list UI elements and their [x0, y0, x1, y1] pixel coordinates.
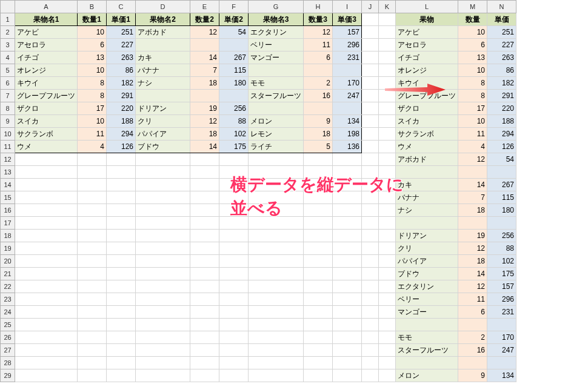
cell-D27[interactable]	[136, 344, 190, 357]
cell-H8[interactable]	[304, 102, 333, 115]
cell-H10[interactable]: 18	[304, 128, 333, 141]
cell-J9[interactable]	[362, 115, 379, 128]
cell-D18[interactable]	[136, 230, 190, 242]
cell-C28[interactable]	[107, 357, 136, 369]
cell-N29[interactable]: 134	[487, 369, 516, 382]
row-header[interactable]: 24	[1, 306, 15, 319]
cell-D20[interactable]	[136, 255, 190, 268]
cell-M22[interactable]: 12	[458, 280, 487, 293]
cell-K25[interactable]	[379, 319, 396, 331]
cell-K28[interactable]	[379, 357, 396, 369]
cell-E16[interactable]	[190, 204, 219, 217]
cell-D2[interactable]: アボカド	[136, 26, 190, 39]
cell-F26[interactable]	[219, 331, 249, 344]
cell-G8[interactable]	[249, 102, 304, 115]
cell-C8[interactable]: 220	[107, 102, 136, 115]
cell-F27[interactable]	[219, 344, 249, 357]
row-header[interactable]: 21	[1, 268, 15, 280]
cell-C6[interactable]: 182	[107, 77, 136, 90]
cell-K9[interactable]	[379, 115, 396, 128]
cell-D22[interactable]	[136, 280, 190, 293]
cell-B17[interactable]	[78, 217, 107, 230]
cell-K8[interactable]	[379, 102, 396, 115]
cell-D13[interactable]	[136, 166, 190, 179]
cell-C25[interactable]	[107, 319, 136, 331]
cell-E25[interactable]	[190, 319, 219, 331]
cell-K12[interactable]	[379, 153, 396, 166]
cell-D19[interactable]	[136, 242, 190, 255]
cell-M5[interactable]: 10	[458, 64, 487, 77]
cell-L22[interactable]: エクタリン	[396, 280, 458, 293]
cell-L10[interactable]: サクランボ	[396, 128, 458, 141]
cell-N10[interactable]: 294	[487, 128, 516, 141]
cell-J12[interactable]	[362, 153, 379, 166]
cell-F4[interactable]: 267	[219, 51, 249, 64]
cell-E19[interactable]	[190, 242, 219, 255]
cell-A2[interactable]: アケビ	[15, 26, 78, 39]
cell-C24[interactable]	[107, 306, 136, 319]
cell-H18[interactable]	[304, 230, 333, 242]
cell-G23[interactable]	[249, 293, 304, 306]
cell-G29[interactable]	[249, 369, 304, 382]
cell-F18[interactable]	[219, 230, 249, 242]
cell-B12[interactable]	[78, 153, 107, 166]
cell-M6[interactable]: 8	[458, 77, 487, 90]
col-header[interactable]: L	[396, 1, 458, 13]
cell-D24[interactable]	[136, 306, 190, 319]
cell-L15[interactable]: バナナ	[396, 191, 458, 204]
cell-H29[interactable]	[304, 369, 333, 382]
row-header[interactable]: 19	[1, 242, 15, 255]
cell-D10[interactable]: パパイア	[136, 128, 190, 141]
cell-N27[interactable]: 247	[487, 344, 516, 357]
cell-A18[interactable]	[15, 230, 78, 242]
cell-F12[interactable]	[219, 153, 249, 166]
cell-J28[interactable]	[362, 357, 379, 369]
row-header[interactable]: 2	[1, 26, 15, 39]
cell-A25[interactable]	[15, 319, 78, 331]
cell-C22[interactable]	[107, 280, 136, 293]
col-header[interactable]: I	[333, 1, 362, 13]
cell-N13[interactable]	[487, 166, 516, 179]
row-header[interactable]: 23	[1, 293, 15, 306]
cell-I3[interactable]: 296	[333, 39, 362, 51]
cell-J8[interactable]	[362, 102, 379, 115]
cell-A21[interactable]	[15, 268, 78, 280]
cell-B9[interactable]: 10	[78, 115, 107, 128]
cell-B11[interactable]: 4	[78, 141, 107, 153]
col-header[interactable]: E	[190, 1, 219, 13]
cell-J10[interactable]	[362, 128, 379, 141]
cell-B13[interactable]	[78, 166, 107, 179]
cell-M11[interactable]: 4	[458, 141, 487, 153]
cell-N2[interactable]: 251	[487, 26, 516, 39]
cell-D8[interactable]: ドリアン	[136, 102, 190, 115]
cell-N14[interactable]: 267	[487, 179, 516, 191]
cell-L13[interactable]	[396, 166, 458, 179]
cell-J6[interactable]	[362, 77, 379, 90]
cell-E26[interactable]	[190, 331, 219, 344]
cell-C29[interactable]	[107, 369, 136, 382]
cell-D29[interactable]	[136, 369, 190, 382]
cell-B21[interactable]	[78, 268, 107, 280]
cell-E7[interactable]	[190, 90, 219, 102]
row-header[interactable]: 6	[1, 77, 15, 90]
cell-L9[interactable]: スイカ	[396, 115, 458, 128]
cell-C13[interactable]	[107, 166, 136, 179]
cell-H19[interactable]	[304, 242, 333, 255]
cell-M1[interactable]: 数量	[458, 13, 487, 26]
cell-E24[interactable]	[190, 306, 219, 319]
cell-I10[interactable]: 198	[333, 128, 362, 141]
cell-M12[interactable]: 12	[458, 153, 487, 166]
cell-G9[interactable]: メロン	[249, 115, 304, 128]
cell-N20[interactable]: 102	[487, 255, 516, 268]
cell-M9[interactable]: 10	[458, 115, 487, 128]
cell-A11[interactable]: ウメ	[15, 141, 78, 153]
cell-I18[interactable]	[333, 230, 362, 242]
cell-E6[interactable]: 18	[190, 77, 219, 90]
cell-J1[interactable]	[362, 13, 379, 26]
cell-B20[interactable]	[78, 255, 107, 268]
cell-B23[interactable]	[78, 293, 107, 306]
cell-N7[interactable]: 291	[487, 90, 516, 102]
cell-B10[interactable]: 11	[78, 128, 107, 141]
cell-F20[interactable]	[219, 255, 249, 268]
cell-N23[interactable]: 296	[487, 293, 516, 306]
